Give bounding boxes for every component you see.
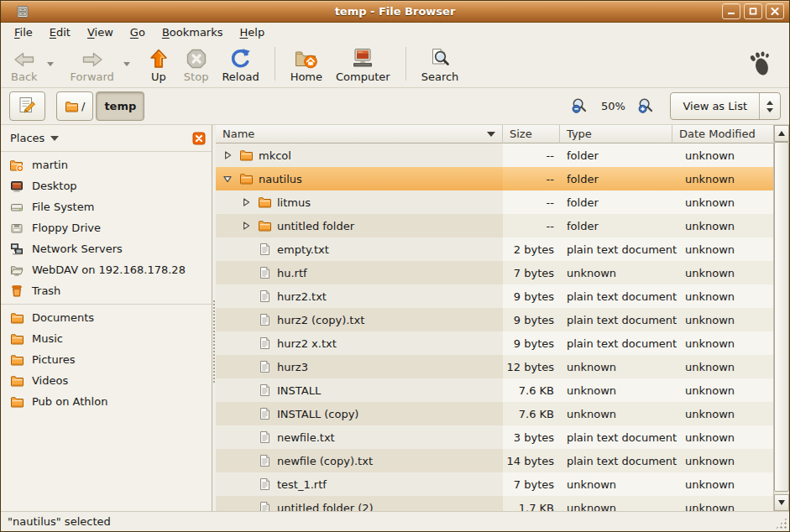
file-row-hu-rtf[interactable]: hu.rtf7 bytesunknownunknown [216,261,773,284]
resize-grip[interactable] [775,517,787,529]
places-selector[interactable]: Places [10,132,59,144]
file-name-cell[interactable]: test_1.rtf [216,472,503,496]
sidebar-item-label: Pictures [32,353,75,366]
file-name-cell[interactable]: litmus [216,190,503,214]
back-button[interactable]: Back [4,44,44,85]
sidebar-item-martin[interactable]: martin [1,154,212,175]
content-area: Places martinDesktopFile SystemFloppy Dr… [1,125,789,511]
file-row-hurz2-copy-txt[interactable]: hurz2 (copy).txt9 bytesplain text docume… [216,308,773,331]
home-button[interactable]: Home [284,44,329,85]
menu-help[interactable]: Help [232,24,274,40]
file-name-cell[interactable]: INSTALL [216,378,503,402]
file-name-cell[interactable]: hurz3 [216,355,503,378]
file-name-cell[interactable]: hurz2 (copy).txt [216,308,503,331]
reload-button[interactable]: Reload [215,44,265,85]
path-button-temp[interactable]: temp [96,91,144,121]
minimize-button[interactable] [722,3,740,19]
sidebar-item-pub-on-athlon[interactable]: Pub on Athlon [1,391,212,412]
file-row-newfile-copy-txt[interactable]: newfile (copy).txt14 bytesplain text doc… [216,449,773,472]
sidebar-item-network-servers[interactable]: Network Servers [1,238,212,259]
sidebar-item-desktop[interactable]: Desktop [1,175,212,196]
file-row-empty-txt[interactable]: empty.txt2 bytesplain text documentunkno… [216,237,773,261]
vertical-scrollbar[interactable] [773,125,789,511]
file-row-mkcol[interactable]: mkcol--folderunknown [216,143,773,167]
sidebar-item-trash[interactable]: Trash [1,280,212,301]
sidebar-item-floppy-drive[interactable]: Floppy Drive [1,217,212,238]
file-name-cell[interactable]: INSTALL (copy) [216,402,503,425]
file-name-cell[interactable]: mkcol [216,143,503,167]
column-header-label: Name [222,128,254,140]
expander-collapsed-icon[interactable] [239,197,252,207]
file-row-untitled-folder[interactable]: untitled folder--folderunknown [216,214,773,237]
file-row-litmus[interactable]: litmus--folderunknown [216,190,773,214]
file-name-label: empty.txt [277,243,329,256]
file-name-cell[interactable]: hurz2.txt [216,284,503,308]
back-history-dropdown[interactable] [44,50,57,78]
column-header-size[interactable]: Size [503,125,560,143]
search-button[interactable]: Search [415,44,466,85]
file-row-hurz2-x-txt[interactable]: hurz2 x.txt9 bytesplain text documentunk… [216,331,773,355]
file-name-cell[interactable]: empty.txt [216,237,503,261]
file-name-cell[interactable]: hurz2 x.txt [216,331,503,355]
sidebar-item-label: WebDAV on 192.168.178.28 [32,263,186,276]
scroll-down-button[interactable] [774,494,789,511]
sidebar-item-music[interactable]: Music [1,328,212,349]
file-row-hurz2-txt[interactable]: hurz2.txt9 bytesplain text documentunkno… [216,284,773,308]
file-name-cell[interactable]: newfile (copy).txt [216,449,503,472]
file-row-newfile-txt[interactable]: newfile.txt3 bytesplain text documentunk… [216,425,773,449]
menu-edit[interactable]: Edit [41,24,79,40]
column-header-type[interactable]: Type [560,125,672,143]
view-selector[interactable]: View as List [670,92,781,120]
file-size-cell: -- [503,143,560,167]
expander-expanded-icon[interactable] [221,174,233,184]
file-size-cell: 2 bytes [503,237,560,261]
path-button-[interactable]: / [56,91,93,121]
file-row-install-copy[interactable]: INSTALL (copy)7.6 KBunknownunknown [216,402,773,425]
file-type-cell: plain text document [560,425,672,449]
arrow-right-icon [81,46,104,70]
expander-collapsed-icon[interactable] [239,221,252,231]
sidebar-close-button[interactable] [192,132,206,145]
sidebar-item-label: Floppy Drive [32,222,101,234]
edit-location-button[interactable] [9,91,45,121]
sidebar-item-videos[interactable]: Videos [1,370,212,391]
menu-file[interactable]: File [6,24,41,40]
scrollbar-thumb[interactable] [774,142,789,492]
file-size-cell: 9 bytes [503,331,560,355]
menu-view[interactable]: View [79,24,122,40]
titlebar[interactable]: temp - File Browser [1,1,789,23]
file-row-nautilus[interactable]: nautilus--folderunknown [216,167,773,190]
menu-bookmarks[interactable]: Bookmarks [154,24,232,40]
stop-button[interactable]: Stop [177,44,216,85]
close-button[interactable] [766,3,784,19]
menu-go[interactable]: Go [122,24,154,40]
file-name-cell[interactable]: untitled folder (2) [216,496,503,511]
file-name-cell[interactable]: hu.rtf [216,261,503,284]
file-date-cell: unknown [672,449,773,472]
sidebar-item-label: martin [32,159,68,171]
file-row-test-1-rtf[interactable]: test_1.rtf7 bytesunknownunknown [216,472,773,496]
maximize-button[interactable] [744,3,762,19]
file-name-cell[interactable]: untitled folder [216,214,503,237]
computer-button[interactable]: Computer [329,44,397,85]
file-row-install[interactable]: INSTALL7.6 KBunknownunknown [216,378,773,402]
forward-button[interactable]: Forward [64,44,121,85]
file-name-cell[interactable]: newfile.txt [216,425,503,449]
file-row-hurz3[interactable]: hurz312 bytesunknownunknown [216,355,773,378]
sidebar-item-webdav-on-192-168-178-28[interactable]: WebDAV on 192.168.178.28 [1,259,212,280]
sidebar-item-file-system[interactable]: File System [1,196,212,217]
zoom-in-button[interactable] [637,97,655,115]
sidebar-item-pictures[interactable]: Pictures [1,349,212,370]
column-header-name[interactable]: Name [216,125,503,143]
up-button[interactable]: Up [140,44,177,85]
expander-collapsed-icon[interactable] [221,150,233,160]
column-header-date-modified[interactable]: Date Modified [672,125,773,143]
scroll-up-button[interactable] [774,125,789,142]
file-row-untitled-folder-2[interactable]: untitled folder (2)1.7 KBunknownunknown [216,496,773,511]
sidebar-item-documents[interactable]: Documents [1,307,212,328]
folder-icon [256,219,273,232]
file-name-cell[interactable]: nautilus [216,167,503,190]
file-type-cell: plain text document [560,449,672,472]
zoom-out-button[interactable] [571,97,589,115]
forward-history-dropdown[interactable] [121,50,133,78]
